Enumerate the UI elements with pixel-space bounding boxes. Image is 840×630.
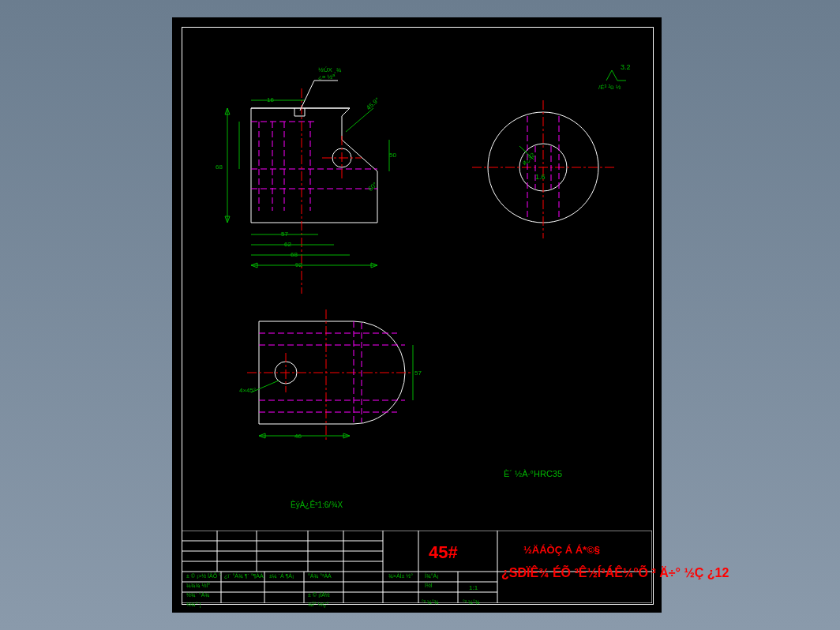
tb-sheet1: °² ¼°¾ [422,599,439,605]
front-view [219,73,425,294]
tb-r4a: ½¾° ¦ [186,602,201,607]
bottom-dim-base: 46 [294,433,302,440]
tb-r3a: ½¾´ °Á¾ [186,592,209,598]
leader-note-2: ¿¤ ½ª [318,73,335,81]
dim-row1: 57 [281,231,288,238]
bottom-angle: 4×45° [239,387,256,394]
tb-r1c6: Í¾°Á¡ [425,573,439,579]
dim-row3: 68 [291,251,298,258]
scale-note: ÈýÁ¿Ê³1:6/¾X [291,501,343,509]
material-label: 45# [429,542,458,563]
side-view [464,92,622,250]
circle-rad: 1.6 [535,173,546,181]
surface-label: /É³ ²û ½ [598,84,621,91]
leader-note-1: ½ÚX ¸¾ [318,66,341,73]
drawing-sheet: ½ÚX ¸¾ ¿¤ ½ª 45.9° 16 68 50 60° 57 62 68… [172,17,662,613]
bottom-dim-right: 57 [414,369,422,377]
tb-sheet2: °² ¼°¾ [463,599,480,605]
project-title: ¿SÐÏÊ¾ ÉÕ ³Ê½Í³ÁÊ¼°Õ ³ Ä÷° ½Ç ¿12 [501,566,729,580]
tb-r1c5: ¾×ÀÍ± ½° [388,573,413,579]
svg-line-21 [346,108,373,132]
top-view [235,298,425,456]
dim-vert: 68 [216,163,223,171]
hardness-note: È´ ½À·°HRC35 [504,469,562,478]
tb-r2b: Í½Í [425,583,433,588]
tb-scale: 1:1 [469,584,478,591]
surface-value: 3.2 [621,63,631,71]
dim-row4: 92 [295,261,302,268]
tb-r1c1: ± © ¡>½ ÏÂÕ ° [186,573,221,579]
dim-row2: 62 [284,241,291,248]
tb-r4b: ¾Ì° ½Ç° [308,602,328,607]
dim-A: 16 [267,96,274,103]
tb-r1c2: ¿ì´ °Á¾ ¶´ °¶ÀÀ [224,573,264,579]
tb-r3b: ± © ¡ÏÂ½ [308,592,330,598]
dim-B: 50 [389,152,396,159]
school-name: ½ÄÁÒÇ Á Á*©§ [523,544,600,556]
tb-r1c4: °Á¾ °²ÀÁ [308,573,332,579]
tb-r2a: ¼¾¾ ½Í° [186,583,210,588]
svg-line-19 [300,81,314,111]
tb-r1c3: ±¼ ´Á ¶Á¡ [269,573,294,579]
